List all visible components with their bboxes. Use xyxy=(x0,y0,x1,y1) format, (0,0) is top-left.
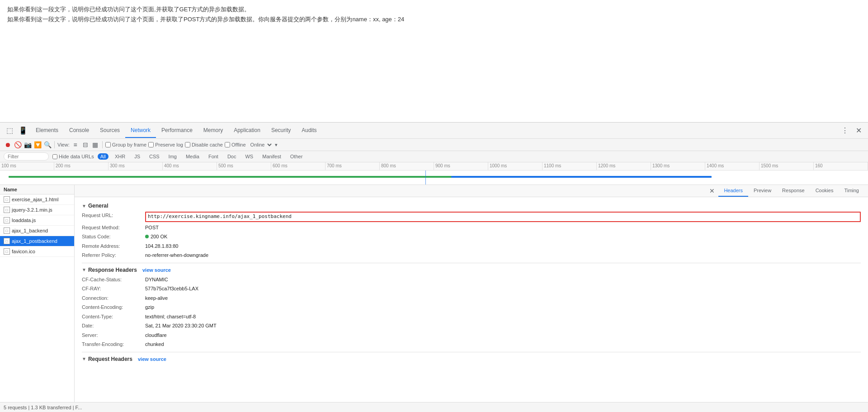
page-line2: 如果你看到这一段文字，说明你已经成功访问了这个页面，并获取了POST方式的异步加… xyxy=(7,14,861,24)
page-content: 如果你看到这一段文字，说明你已经成功访问了这个页面,并获取了GET方式的异步加载… xyxy=(0,0,868,122)
page-line1: 如果你看到这一段文字，说明你已经成功访问了这个页面,并获取了GET方式的异步加载… xyxy=(7,5,861,14)
